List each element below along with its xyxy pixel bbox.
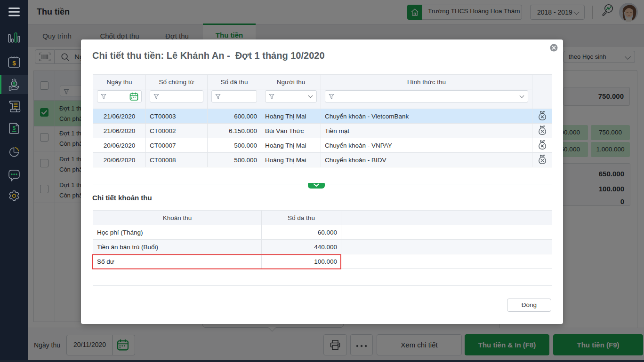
- svg-text:$: $: [13, 125, 16, 131]
- svg-text:$: $: [13, 81, 16, 87]
- svg-text:$: $: [12, 60, 16, 67]
